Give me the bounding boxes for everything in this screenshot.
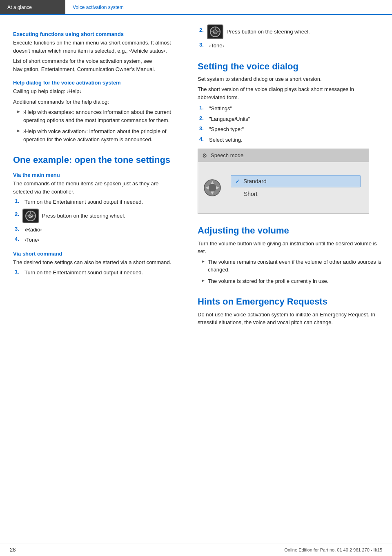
voice-step-num-1: 1. <box>199 105 206 111</box>
section-adjusting-volume: Adjusting the volume Turn the volume but… <box>198 225 382 285</box>
subsection-via-short-command: Via short command The desired tone setti… <box>13 251 178 277</box>
section-one-example: One example: open the tone settings Via … <box>13 155 178 277</box>
voice-dialog-step3: 3. "Speech type:" <box>198 125 382 133</box>
section-help-dialog: Help dialog for the voice activation sys… <box>13 80 178 143</box>
step-2-left: 2. ((• Press button <box>13 209 178 223</box>
bullet-arrow-icon: ► <box>16 109 21 114</box>
voice-step-num-2: 2. <box>199 115 206 121</box>
right-step-2: 2. ((• Press button on the steering whee… <box>198 24 382 39</box>
bullet-arrow-icon-2: ► <box>16 128 21 133</box>
header-section-right: Voice activation system <box>65 0 131 14</box>
adjusting-volume-para: Turn the volume button while giving an i… <box>198 240 382 256</box>
step-num-4: 4. <box>15 236 21 242</box>
speech-mode-screenshot: ⚙ Speech mode <box>198 149 369 214</box>
emergency-requests-para: Do not use the voice activation system t… <box>198 311 382 327</box>
speech-option-standard: ✓ Standard <box>231 175 361 187</box>
right-column: 2. ((• Press button on the steering whee… <box>188 24 392 329</box>
volume-bullet-text-1: The volume remains constant even if the … <box>208 258 382 274</box>
header-right-label: Voice activation system <box>73 4 124 10</box>
page-footer: 28 Online Edition for Part no. 01 40 2 9… <box>0 543 392 556</box>
voice-step-num-4: 4. <box>199 136 206 142</box>
copyright-text: Online Edition for Part no. 01 40 2 961 … <box>284 547 382 552</box>
help-dialog-para2: Additional commands for the help dialog: <box>13 98 178 106</box>
speech-mode-title: Speech mode <box>211 152 243 158</box>
via-main-menu-para: The commands of the menu items are spoke… <box>13 180 178 196</box>
svg-point-7 <box>208 184 216 192</box>
help-dialog-para1: Calling up help dialog: ›Help‹ <box>13 87 178 96</box>
voice-dialog-step1: 1. "Settings" <box>198 105 382 113</box>
speech-mode-options: ✓ Standard Short <box>223 172 369 204</box>
adjusting-volume-heading: Adjusting the volume <box>198 225 382 236</box>
right-step-2-text: Press button on the steering wheel. <box>227 28 310 36</box>
main-content: Executing functions using short commands… <box>0 15 392 329</box>
step-text-1: Turn on the Entertainment sound output i… <box>24 198 143 206</box>
emergency-requests-heading: Hints on Emergency Requests <box>198 296 382 307</box>
help-bullet-1: ► ›Help with examples‹: announces inform… <box>13 108 178 124</box>
volume-bullet-2: ► The volume is stored for the profile c… <box>198 277 382 285</box>
volume-bullet-arrow-1: ► <box>201 259 205 264</box>
step-short-text-1: Turn on the Entertainment sound output i… <box>24 269 143 277</box>
voice-step-text-2: "Language/Units" <box>209 115 250 123</box>
section-executing-functions: Executing functions using short commands… <box>13 31 178 73</box>
step-2-left-text: Press button on the steering wheel. <box>42 212 125 220</box>
speech-option-standard-label: Standard <box>243 178 267 185</box>
voice-dialog-para2: The short version of the voice dialog pl… <box>198 85 382 101</box>
executing-functions-para1: Execute functions on the main menu via s… <box>13 39 178 55</box>
speech-mode-title-bar: ⚙ Speech mode <box>198 149 369 162</box>
help-bullet-1-text: ›Help with examples‹: announces informat… <box>23 108 178 124</box>
right-step-2-section: 2. ((• Press button on the steering whee… <box>198 24 382 50</box>
step-text-4: ›Tone‹ <box>24 236 40 244</box>
step-1-short: 1. Turn on the Entertainment sound outpu… <box>13 269 178 277</box>
step-1-left: 1. Turn on the Entertainment sound outpu… <box>13 198 178 206</box>
section-setting-voice-dialog: Setting the voice dialog Set system to s… <box>198 61 382 214</box>
right-step-text-3: ›Tone‹ <box>209 42 224 50</box>
steering-wheel-icon-right: ((• <box>207 24 223 39</box>
right-step-num-3: 3. <box>199 42 206 48</box>
step-num-3: 3. <box>15 226 21 232</box>
knob-svg <box>204 179 221 196</box>
help-dialog-heading: Help dialog for the voice activation sys… <box>13 80 178 86</box>
voice-step-text-3: "Speech type:" <box>209 125 244 133</box>
executing-functions-para2: List of short commands for the voice act… <box>13 57 178 73</box>
voice-step-num-3: 3. <box>199 125 206 131</box>
via-main-menu-heading: Via the main menu <box>13 172 178 178</box>
setting-voice-dialog-heading: Setting the voice dialog <box>198 61 382 72</box>
right-step-3: 3. ›Tone‹ <box>198 42 382 50</box>
voice-step-text-1: "Settings" <box>209 105 232 113</box>
step-3-left: 3. ›Radio‹ <box>13 226 178 234</box>
step-2-content: ((• Press button on the steering wheel. <box>22 209 125 223</box>
help-bullet-2-text: ›Help with voice activation‹: informatio… <box>23 127 178 143</box>
steering-wheel-icon: ((• <box>22 209 39 223</box>
right-step-num-2: 2. <box>199 27 204 33</box>
executing-functions-heading: Executing functions using short commands <box>13 31 178 37</box>
speech-option-short-label: Short <box>244 191 257 197</box>
one-example-heading: One example: open the tone settings <box>13 155 178 165</box>
speech-mode-icon: ⚙ <box>202 152 207 159</box>
voice-step-text-4: Select setting. <box>209 136 243 144</box>
section-emergency-requests: Hints on Emergency Requests Do not use t… <box>198 296 382 326</box>
step-num-2: 2. <box>15 211 19 217</box>
svg-text:((•: ((• <box>29 215 32 218</box>
volume-bullet-1: ► The volume remains constant even if th… <box>198 258 382 274</box>
right-step-2-content: ((• Press button on the steering wheel. <box>207 24 310 39</box>
voice-dialog-step4: 4. Select setting. <box>198 136 382 144</box>
speech-option-short: Short <box>231 188 361 200</box>
header-left-label: At a glance <box>7 4 32 10</box>
step-4-left: 4. ›Tone‹ <box>13 236 178 244</box>
via-short-command-para: The desired tone settings can also be st… <box>13 258 178 267</box>
svg-text:((•: ((• <box>214 31 217 34</box>
help-bullet-2: ► ›Help with voice activation‹: informat… <box>13 127 178 143</box>
volume-bullet-arrow-2: ► <box>201 278 205 283</box>
left-column: Executing functions using short commands… <box>0 24 188 329</box>
checkmark-icon: ✓ <box>235 178 240 185</box>
voice-dialog-para1: Set system to standard dialog or use a s… <box>198 75 382 83</box>
subsection-via-main-menu: Via the main menu The commands of the me… <box>13 172 178 244</box>
volume-bullet-text-2: The volume is stored for the profile cur… <box>208 277 329 285</box>
voice-dialog-step2: 2. "Language/Units" <box>198 115 382 123</box>
step-num-1: 1. <box>15 198 21 204</box>
page-header: At a glance Voice activation system <box>0 0 392 15</box>
header-section-left: At a glance <box>0 0 65 14</box>
step-short-num-1: 1. <box>15 269 21 275</box>
step-text-3: ›Radio‹ <box>24 226 42 234</box>
page-number: 28 <box>10 547 16 553</box>
